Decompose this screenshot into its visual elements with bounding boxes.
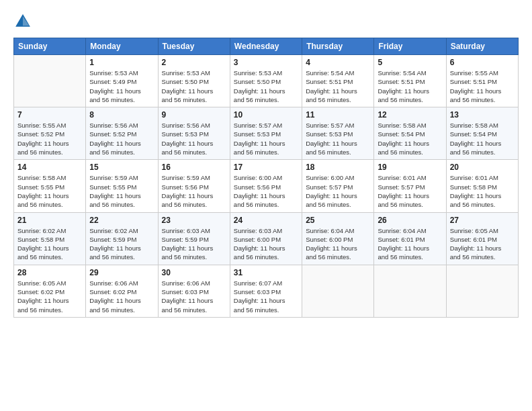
calendar-cell: 5Sunrise: 5:54 AMSunset: 5:51 PMDaylight… (374, 55, 446, 107)
day-header-saturday: Saturday (446, 38, 518, 55)
logo (13, 12, 35, 31)
day-info: Sunrise: 5:53 AMSunset: 5:49 PMDaylight:… (89, 68, 154, 104)
calendar-cell: 12Sunrise: 5:58 AMSunset: 5:54 PMDayligh… (374, 107, 446, 160)
day-number: 6 (450, 58, 515, 67)
day-number: 23 (162, 216, 226, 225)
day-info: Sunrise: 6:00 AMSunset: 5:56 PMDaylight:… (234, 173, 298, 209)
calendar-cell: 2Sunrise: 5:53 AMSunset: 5:50 PMDaylight… (158, 55, 230, 107)
calendar-cell: 15Sunrise: 5:59 AMSunset: 5:55 PMDayligh… (86, 160, 158, 212)
calendar-cell: 28Sunrise: 6:05 AMSunset: 6:02 PMDayligh… (14, 265, 86, 317)
calendar-cell: 18Sunrise: 6:00 AMSunset: 5:57 PMDayligh… (302, 160, 374, 212)
calendar-cell: 9Sunrise: 5:56 AMSunset: 5:53 PMDaylight… (158, 107, 230, 160)
day-number: 1 (89, 58, 154, 67)
calendar-cell: 14Sunrise: 5:58 AMSunset: 5:55 PMDayligh… (14, 160, 86, 212)
day-info: Sunrise: 5:58 AMSunset: 5:55 PMDaylight:… (17, 173, 82, 209)
day-info: Sunrise: 6:02 AMSunset: 5:58 PMDaylight:… (17, 226, 82, 262)
calendar-cell: 19Sunrise: 6:01 AMSunset: 5:57 PMDayligh… (374, 160, 446, 212)
day-info: Sunrise: 6:05 AMSunset: 6:01 PMDaylight:… (450, 226, 515, 262)
day-number: 8 (89, 110, 154, 120)
day-info: Sunrise: 6:03 AMSunset: 5:59 PMDaylight:… (162, 226, 226, 262)
day-info: Sunrise: 5:58 AMSunset: 5:54 PMDaylight:… (378, 121, 442, 156)
day-info: Sunrise: 5:56 AMSunset: 5:52 PMDaylight:… (89, 121, 154, 156)
calendar-cell: 3Sunrise: 5:53 AMSunset: 5:50 PMDaylight… (230, 55, 302, 107)
day-info: Sunrise: 6:06 AMSunset: 6:02 PMDaylight:… (89, 279, 154, 314)
calendar-week-2: 7Sunrise: 5:55 AMSunset: 5:52 PMDaylight… (14, 107, 519, 160)
day-header-friday: Friday (374, 38, 446, 55)
calendar-cell: 30Sunrise: 6:06 AMSunset: 6:03 PMDayligh… (158, 265, 230, 317)
calendar-cell: 23Sunrise: 6:03 AMSunset: 5:59 PMDayligh… (158, 212, 230, 265)
calendar-cell (302, 265, 374, 317)
calendar-cell: 6Sunrise: 5:55 AMSunset: 5:51 PMDaylight… (446, 55, 518, 107)
day-number: 7 (17, 110, 82, 120)
calendar-header-row: SundayMondayTuesdayWednesdayThursdayFrid… (14, 38, 519, 55)
calendar-cell: 16Sunrise: 5:59 AMSunset: 5:56 PMDayligh… (158, 160, 230, 212)
day-header-wednesday: Wednesday (230, 38, 302, 55)
calendar-cell: 31Sunrise: 6:07 AMSunset: 6:03 PMDayligh… (230, 265, 302, 317)
day-info: Sunrise: 5:58 AMSunset: 5:54 PMDaylight:… (450, 121, 515, 156)
calendar-week-5: 28Sunrise: 6:05 AMSunset: 6:02 PMDayligh… (14, 265, 519, 317)
page: SundayMondayTuesdayWednesdayThursdayFrid… (0, 0, 532, 411)
calendar-cell: 26Sunrise: 6:04 AMSunset: 6:01 PMDayligh… (374, 212, 446, 265)
calendar-cell: 8Sunrise: 5:56 AMSunset: 5:52 PMDaylight… (86, 107, 158, 160)
day-header-tuesday: Tuesday (158, 38, 230, 55)
calendar-cell (14, 55, 86, 107)
day-info: Sunrise: 5:59 AMSunset: 5:55 PMDaylight:… (89, 173, 154, 209)
day-header-thursday: Thursday (302, 38, 374, 55)
day-number: 27 (450, 216, 515, 225)
day-number: 11 (306, 110, 370, 120)
calendar-cell: 17Sunrise: 6:00 AMSunset: 5:56 PMDayligh… (230, 160, 302, 212)
logo-icon (13, 12, 32, 31)
day-number: 22 (89, 216, 154, 225)
day-number: 2 (162, 58, 226, 67)
calendar-cell (374, 265, 446, 317)
day-info: Sunrise: 5:53 AMSunset: 5:50 PMDaylight:… (234, 68, 298, 104)
calendar-cell: 7Sunrise: 5:55 AMSunset: 5:52 PMDaylight… (14, 107, 86, 160)
calendar-cell: 10Sunrise: 5:57 AMSunset: 5:53 PMDayligh… (230, 107, 302, 160)
calendar-week-3: 14Sunrise: 5:58 AMSunset: 5:55 PMDayligh… (14, 160, 519, 212)
calendar-table: SundayMondayTuesdayWednesdayThursdayFrid… (13, 38, 519, 318)
calendar-cell: 24Sunrise: 6:03 AMSunset: 6:00 PMDayligh… (230, 212, 302, 265)
day-info: Sunrise: 5:54 AMSunset: 5:51 PMDaylight:… (306, 68, 370, 104)
day-info: Sunrise: 6:06 AMSunset: 6:03 PMDaylight:… (162, 279, 226, 314)
day-number: 20 (450, 163, 515, 172)
day-number: 5 (378, 58, 442, 67)
day-info: Sunrise: 5:56 AMSunset: 5:53 PMDaylight:… (162, 121, 226, 156)
calendar-cell: 21Sunrise: 6:02 AMSunset: 5:58 PMDayligh… (14, 212, 86, 265)
calendar-cell: 13Sunrise: 5:58 AMSunset: 5:54 PMDayligh… (446, 107, 518, 160)
day-number: 31 (234, 268, 298, 277)
calendar-cell: 29Sunrise: 6:06 AMSunset: 6:02 PMDayligh… (86, 265, 158, 317)
day-number: 4 (306, 58, 370, 67)
day-number: 15 (89, 163, 154, 172)
calendar-cell (446, 265, 518, 317)
day-info: Sunrise: 5:57 AMSunset: 5:53 PMDaylight:… (306, 121, 370, 156)
day-number: 17 (234, 163, 298, 172)
day-info: Sunrise: 5:55 AMSunset: 5:52 PMDaylight:… (17, 121, 82, 156)
day-info: Sunrise: 6:04 AMSunset: 6:00 PMDaylight:… (306, 226, 370, 262)
calendar-week-4: 21Sunrise: 6:02 AMSunset: 5:58 PMDayligh… (14, 212, 519, 265)
day-info: Sunrise: 6:01 AMSunset: 5:58 PMDaylight:… (450, 173, 515, 209)
day-info: Sunrise: 6:04 AMSunset: 6:01 PMDaylight:… (378, 226, 442, 262)
day-info: Sunrise: 6:03 AMSunset: 6:00 PMDaylight:… (234, 226, 298, 262)
header (13, 12, 519, 31)
day-number: 26 (378, 216, 442, 225)
calendar-cell: 25Sunrise: 6:04 AMSunset: 6:00 PMDayligh… (302, 212, 374, 265)
day-info: Sunrise: 6:07 AMSunset: 6:03 PMDaylight:… (234, 279, 298, 314)
day-info: Sunrise: 6:01 AMSunset: 5:57 PMDaylight:… (378, 173, 442, 209)
day-info: Sunrise: 5:53 AMSunset: 5:50 PMDaylight:… (162, 68, 226, 104)
day-info: Sunrise: 5:57 AMSunset: 5:53 PMDaylight:… (234, 121, 298, 156)
calendar-cell: 4Sunrise: 5:54 AMSunset: 5:51 PMDaylight… (302, 55, 374, 107)
day-number: 9 (162, 110, 226, 120)
day-number: 29 (89, 268, 154, 277)
day-number: 30 (162, 268, 226, 277)
day-number: 13 (450, 110, 515, 120)
day-number: 25 (306, 216, 370, 225)
day-header-sunday: Sunday (14, 38, 86, 55)
day-info: Sunrise: 6:05 AMSunset: 6:02 PMDaylight:… (17, 279, 82, 314)
calendar-cell: 20Sunrise: 6:01 AMSunset: 5:58 PMDayligh… (446, 160, 518, 212)
day-number: 14 (17, 163, 82, 172)
day-number: 28 (17, 268, 82, 277)
day-number: 18 (306, 163, 370, 172)
calendar-cell: 27Sunrise: 6:05 AMSunset: 6:01 PMDayligh… (446, 212, 518, 265)
day-info: Sunrise: 5:59 AMSunset: 5:56 PMDaylight:… (162, 173, 226, 209)
calendar-cell: 1Sunrise: 5:53 AMSunset: 5:49 PMDaylight… (86, 55, 158, 107)
